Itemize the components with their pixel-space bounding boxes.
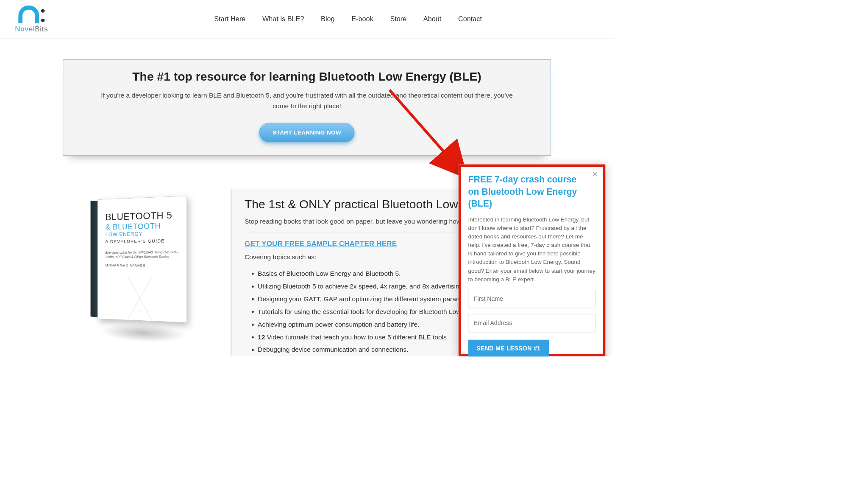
main-nav: Start Here What is BLE? Blog E-book Stor… bbox=[214, 15, 595, 23]
hero-card: The #1 top resource for learning Bluetoo… bbox=[63, 59, 551, 156]
popup-title: FREE 7-day crash course on Bluetooth Low… bbox=[468, 174, 595, 210]
email-field[interactable] bbox=[468, 314, 595, 332]
logo[interactable]: NovelBits bbox=[15, 5, 48, 33]
popup-body: Interested in learning Bluetooth Low Ene… bbox=[468, 215, 595, 283]
sample-chapter-link[interactable]: GET YOUR FREE SAMPLE CHAPTER HERE bbox=[245, 240, 397, 248]
hero-title: The #1 top resource for learning Bluetoo… bbox=[75, 70, 538, 84]
book-author: MOHAMMAD AFANEH bbox=[106, 263, 178, 267]
start-learning-button[interactable]: START LEARNING NOW bbox=[259, 123, 355, 142]
first-name-field[interactable] bbox=[468, 290, 595, 308]
site-header: NovelBits Start Here What is BLE? Blog E… bbox=[0, 0, 614, 39]
nav-about[interactable]: About bbox=[423, 15, 442, 23]
nav-what-is-ble[interactable]: What is BLE? bbox=[262, 15, 304, 23]
nav-start-here[interactable]: Start Here bbox=[214, 15, 245, 23]
svg-line-0 bbox=[389, 90, 456, 165]
nav-blog[interactable]: Blog bbox=[321, 15, 335, 23]
nav-ebook[interactable]: E-book bbox=[351, 15, 373, 23]
book-image: BLUETOOTH 5 & BLUETOOTH LOW ENERGY A DEV… bbox=[87, 189, 195, 356]
logo-text: NovelBits bbox=[15, 25, 48, 33]
book-exercises: Exercises using Nordic nRF52840, Thingy:… bbox=[106, 250, 178, 259]
send-lesson-button[interactable]: SEND ME LESSON #1 bbox=[468, 339, 549, 356]
nav-store[interactable]: Store bbox=[390, 15, 406, 23]
book-title-line3: LOW ENERGY bbox=[106, 230, 178, 238]
book-subtitle: A DEVELOPER'S GUIDE bbox=[106, 238, 178, 244]
close-icon[interactable]: ✕ bbox=[592, 171, 598, 178]
signup-popup: ✕ FREE 7-day crash course on Bluetooth L… bbox=[459, 164, 605, 356]
logo-icon bbox=[18, 5, 45, 23]
nav-contact[interactable]: Contact bbox=[458, 15, 482, 23]
annotation-arrow-icon bbox=[387, 87, 470, 177]
